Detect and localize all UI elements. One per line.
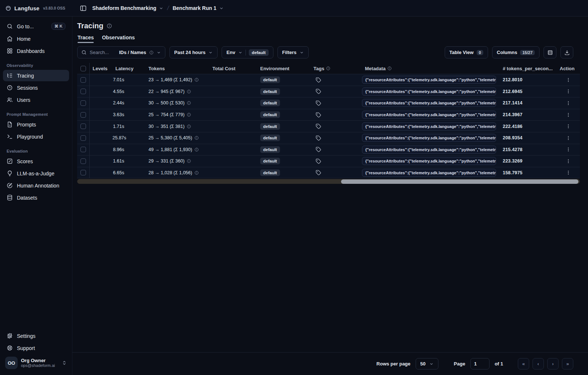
row-action-menu[interactable]: [557, 135, 580, 141]
row-checkbox[interactable]: [80, 100, 86, 106]
table-row[interactable]: 1.71s 30 → 351 (Σ 381) default {"resourc…: [77, 120, 580, 132]
sidebar-item-human-annotation[interactable]: Human Annotation: [3, 180, 69, 191]
row-action-menu[interactable]: [557, 158, 580, 164]
search-mode-select[interactable]: IDs / Names: [119, 50, 146, 55]
user-menu[interactable]: OO Org Owner ops@shadeform.ai: [3, 354, 69, 371]
table-row[interactable]: 7.01s 23 → 1,469 (Σ 1,492) default {"res…: [77, 74, 580, 86]
col-header-metadata[interactable]: Metadata: [362, 66, 500, 71]
tag-icon[interactable]: [316, 112, 362, 118]
search-box[interactable]: IDs / Names: [77, 46, 165, 58]
first-page-button[interactable]: «: [518, 358, 529, 369]
row-action-menu[interactable]: [557, 124, 580, 129]
sidebar-item-goto[interactable]: Go to... ⌘ K: [3, 20, 69, 32]
info-icon[interactable]: [194, 136, 199, 140]
info-icon[interactable]: [187, 124, 191, 129]
sidebar-item-llm-as-a-judge[interactable]: LLM-as-a-Judge: [3, 168, 69, 179]
metadata-chip[interactable]: {"resourceAttributes":{"telemetry.sdk.la…: [362, 134, 496, 142]
row-action-menu[interactable]: [557, 77, 580, 83]
metadata-chip[interactable]: {"resourceAttributes":{"telemetry.sdk.la…: [362, 99, 496, 107]
table-row[interactable]: 1.61s 29 → 331 (Σ 360) default {"resourc…: [77, 155, 580, 167]
filters-button[interactable]: Filters: [277, 46, 309, 58]
row-checkbox[interactable]: [80, 135, 86, 141]
row-action-menu[interactable]: [557, 147, 580, 152]
last-page-button[interactable]: »: [562, 358, 573, 369]
row-checkbox[interactable]: [80, 77, 86, 83]
info-icon[interactable]: [107, 23, 112, 29]
table-row[interactable]: 25.87s 25 → 5,380 (Σ 5,405) default {"re…: [77, 132, 580, 144]
breadcrumb-project[interactable]: Benchmark Run 1: [173, 5, 224, 11]
sidebar-item-settings[interactable]: Settings: [3, 330, 69, 342]
col-header-latency[interactable]: Latency: [112, 66, 146, 71]
sidebar-item-tracing[interactable]: Tracing: [3, 70, 69, 81]
sidebar-item-support[interactable]: Support: [3, 342, 69, 354]
row-action-menu[interactable]: [557, 89, 580, 94]
sidebar-item-datasets[interactable]: Datasets: [3, 192, 69, 203]
row-checkbox[interactable]: [80, 89, 86, 94]
sidebar-item-playground[interactable]: Playground: [3, 131, 69, 142]
search-input[interactable]: [90, 50, 116, 55]
metadata-chip[interactable]: {"resourceAttributes":{"telemetry.sdk.la…: [362, 111, 496, 119]
info-icon[interactable]: [187, 101, 191, 105]
select-all-checkbox[interactable]: [80, 66, 86, 71]
next-page-button[interactable]: ›: [547, 358, 559, 369]
tag-icon[interactable]: [316, 170, 362, 175]
table-view-button[interactable]: Table View 0: [445, 46, 488, 58]
rows-per-page-select[interactable]: 50: [416, 358, 438, 369]
row-checkbox[interactable]: [80, 158, 86, 164]
metadata-chip[interactable]: {"resourceAttributes":{"telemetry.sdk.la…: [362, 157, 496, 165]
col-header-tokens-per-second[interactable]: # tokens_per_secon...: [500, 66, 557, 71]
horizontal-scrollbar[interactable]: [77, 179, 580, 184]
col-header-tags[interactable]: Tags: [311, 66, 362, 71]
table-row[interactable]: 6.65s 28 → 1,028 (Σ 1,056) default {"res…: [77, 167, 580, 179]
sidebar-item-sessions[interactable]: Sessions: [3, 82, 69, 93]
table-row[interactable]: 3.63s 25 → 754 (Σ 779) default {"resourc…: [77, 109, 580, 121]
sidebar-item-dashboards[interactable]: Dashboards: [3, 45, 69, 57]
time-range-select[interactable]: Past 24 hours: [169, 46, 218, 58]
row-action-menu[interactable]: [557, 170, 580, 175]
sidebar-item-home[interactable]: Home: [3, 33, 69, 44]
info-icon[interactable]: [194, 78, 199, 82]
environment-filter[interactable]: Env default: [222, 46, 273, 58]
tag-icon[interactable]: [316, 77, 362, 83]
table-row[interactable]: 4.55s 22 → 945 (Σ 967) default {"resourc…: [77, 86, 580, 97]
export-button[interactable]: [560, 46, 573, 58]
metadata-chip[interactable]: {"resourceAttributes":{"telemetry.sdk.la…: [362, 169, 496, 177]
tag-icon[interactable]: [316, 100, 362, 106]
col-header-tokens[interactable]: Tokens: [146, 66, 209, 71]
info-icon[interactable]: [194, 171, 199, 175]
row-checkbox[interactable]: [80, 147, 86, 152]
info-icon[interactable]: [194, 147, 199, 152]
sidebar-toggle-button[interactable]: [78, 3, 89, 14]
row-checkbox[interactable]: [80, 112, 86, 118]
tag-icon[interactable]: [316, 89, 362, 94]
tag-icon[interactable]: [316, 135, 362, 141]
col-header-total-cost[interactable]: Total Cost: [209, 66, 257, 71]
row-checkbox[interactable]: [80, 170, 86, 175]
table-row[interactable]: 8.96s 49 → 1,881 (Σ 1,930) default {"res…: [77, 144, 580, 156]
info-icon[interactable]: [187, 89, 191, 94]
table-row[interactable]: 2.44s 30 → 500 (Σ 530) default {"resourc…: [77, 97, 580, 109]
row-action-menu[interactable]: [557, 100, 580, 106]
breadcrumb-org[interactable]: Shadeform Benchmarking: [92, 5, 164, 11]
metadata-chip[interactable]: {"resourceAttributes":{"telemetry.sdk.la…: [362, 76, 496, 84]
previous-page-button[interactable]: ‹: [533, 358, 544, 369]
row-checkbox[interactable]: [80, 124, 86, 129]
columns-button[interactable]: Columns 15/27: [492, 46, 539, 58]
page-number-input[interactable]: [470, 358, 490, 369]
col-header-levels[interactable]: Levels: [90, 66, 112, 71]
tab-observations[interactable]: Observations: [102, 35, 135, 43]
metadata-chip[interactable]: {"resourceAttributes":{"telemetry.sdk.la…: [362, 122, 496, 131]
info-icon[interactable]: [187, 159, 191, 163]
metadata-chip[interactable]: {"resourceAttributes":{"telemetry.sdk.la…: [362, 88, 496, 96]
row-action-menu[interactable]: [557, 112, 580, 118]
info-icon[interactable]: [187, 113, 191, 117]
horizontal-scrollbar-thumb[interactable]: [341, 179, 578, 184]
col-header-environment[interactable]: Environment: [257, 66, 311, 71]
sidebar-item-scores[interactable]: Scores: [3, 156, 69, 167]
sidebar-item-prompts[interactable]: Prompts: [3, 119, 69, 130]
tag-icon[interactable]: [316, 158, 362, 164]
tag-icon[interactable]: [316, 147, 362, 152]
tab-traces[interactable]: Traces: [78, 35, 94, 43]
sidebar-item-users[interactable]: Users: [3, 94, 69, 106]
tag-icon[interactable]: [316, 124, 362, 129]
